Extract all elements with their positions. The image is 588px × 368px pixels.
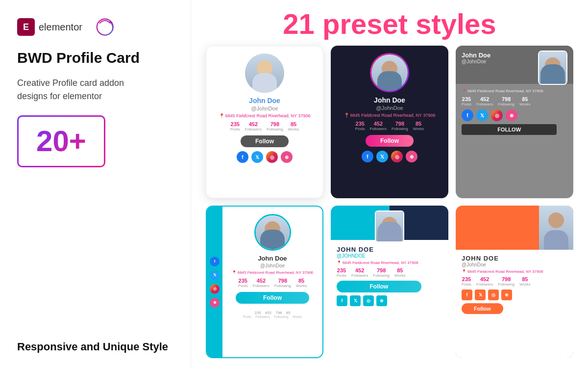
card-6-handle: @JohnDoe xyxy=(462,262,567,267)
card-6-stats: 235 Posts 452 Followers 798 Following 85… xyxy=(462,276,567,287)
follow-button-6[interactable]: Follow xyxy=(462,303,503,314)
card-5-name: JOHN DOE xyxy=(337,246,442,253)
card-3-stats: 235 Posts 452 Followers 798 Following 85… xyxy=(462,96,567,106)
elementor-logo: E elementor xyxy=(17,18,82,36)
ig-icon-4[interactable]: ◎ xyxy=(210,284,220,294)
card-4-stats: 235 Posts 452 Followers 798 Following 85… xyxy=(238,278,307,288)
facebook-icon[interactable]: f xyxy=(237,151,248,163)
card-4-label-row: PostsFollowersFollowingWorks xyxy=(243,315,302,318)
card-3-socials: f 𝕏 ◎ ⊕ xyxy=(462,109,567,121)
card-4-location: 📍6845 Fieldcrest Road Riverhead, NY 3790… xyxy=(232,270,314,275)
ig-icon-3[interactable]: ◎ xyxy=(491,109,503,121)
card-6-location: 📍6845 Fieldcrest Road Riverhead, NY 3790… xyxy=(462,269,567,274)
card-5-stats: 235 Posts 452 Followers 798 Following 85… xyxy=(337,267,442,278)
dribbble-icon-2[interactable]: ⊕ xyxy=(406,151,417,162)
card-4-sidebar: f 𝕏 ◎ ⊕ xyxy=(207,207,222,357)
profile-card-5: JOHN DOE @JOHNDOE 📍6845 Fieldcrest Road … xyxy=(331,206,448,358)
instagram-icon[interactable]: ◎ xyxy=(266,151,278,163)
stat-posts: 235 Posts xyxy=(230,121,240,131)
card-4-avatar xyxy=(254,214,291,251)
fb-icon-3[interactable]: f xyxy=(462,109,473,121)
card-5-header xyxy=(331,206,448,240)
avatar-2 xyxy=(370,53,409,92)
tw-icon-6[interactable]: 𝕏 xyxy=(475,289,486,300)
card-1-location: 📍 6845 Fieldcrest Road Riverhead, NY 379… xyxy=(219,113,311,118)
card-5-avatar xyxy=(375,210,404,242)
card-5-handle: @JOHNDOE xyxy=(337,253,442,259)
fb-icon-6[interactable]: f xyxy=(462,289,472,300)
stat-followers: 452 Followers xyxy=(245,121,262,131)
dr-icon-6[interactable]: ⊕ xyxy=(501,289,512,300)
card-2-name: John Doe xyxy=(374,96,405,104)
twitter-icon[interactable]: 𝕏 xyxy=(251,151,263,163)
right-panel: 21 preset styles John Doe @JohnDoe 📍 684… xyxy=(191,0,588,368)
follow-button-5[interactable]: Follow xyxy=(337,281,421,292)
stat-2-posts: 235 Posts xyxy=(355,121,365,131)
fb-icon-4[interactable]: f xyxy=(210,257,220,266)
ig-icon-5[interactable]: ◎ xyxy=(363,295,374,306)
follow-button-1[interactable]: Follow xyxy=(241,135,289,147)
card-3-location: 📍6845 Fieldcrest Road Riverhead, NY 3790… xyxy=(462,89,567,93)
card-1-stats: 235 Posts 452 Followers 798 Following 85… xyxy=(230,121,299,131)
stat-2-following: 798 Following xyxy=(392,121,408,131)
ig-icon-6[interactable]: ◎ xyxy=(488,289,499,300)
card-2-handle: @JohnDoe xyxy=(376,105,403,111)
card-6-name: JOHN DOE xyxy=(462,255,567,262)
tw-icon-3[interactable]: 𝕏 xyxy=(476,109,488,121)
card-6-socials: f 𝕏 ◎ ⊕ xyxy=(462,289,567,300)
card-3-bottom: 📍6845 Fieldcrest Road Riverhead, NY 3790… xyxy=(456,84,573,140)
dribbble-icon[interactable]: ⊕ xyxy=(281,151,293,163)
profile-card-4: f 𝕏 ◎ ⊕ John Doe @JohnDoe 📍6845 Fieldcre… xyxy=(206,206,323,358)
tw-icon-4[interactable]: 𝕏 xyxy=(210,270,220,280)
logos-row: E elementor xyxy=(17,15,173,39)
avatar-1 xyxy=(245,53,284,93)
card-1-name: John Doe xyxy=(249,97,280,105)
card-4-stat-labels: 23545279885 xyxy=(255,311,291,315)
svg-point-0 xyxy=(97,19,113,35)
card-5-socials: f 𝕏 ◎ ⊕ xyxy=(337,295,442,306)
card-5-location: 📍6845 Fieldcrest Road Riverhead, NY 3790… xyxy=(337,261,442,265)
preset-title: 21 preset styles xyxy=(206,10,573,38)
card-3-avatar xyxy=(538,51,567,85)
stat-works: 85 Works xyxy=(288,121,299,131)
dr-icon-5[interactable]: ⊕ xyxy=(376,295,387,306)
card-6-body: JOHN DOE @JohnDoe 📍6845 Fieldcrest Road … xyxy=(456,250,573,358)
tw-icon-5[interactable]: 𝕏 xyxy=(350,295,361,306)
card-1-handle: @JohnDoe xyxy=(251,105,278,111)
instagram-icon-2[interactable]: ◎ xyxy=(391,151,403,162)
dr-icon-4[interactable]: ⊕ xyxy=(210,298,220,308)
elementor-icon: E xyxy=(17,18,35,36)
pin-icon-2: 📍 xyxy=(344,113,349,118)
profile-card-6: JOHN DOE @JohnDoe 📍6845 Fieldcrest Road … xyxy=(456,206,573,358)
twitter-icon-2[interactable]: 𝕏 xyxy=(376,151,388,162)
avatar-person-2 xyxy=(371,54,408,91)
follow-button-4[interactable]: Follow xyxy=(236,292,309,304)
dr-icon-3[interactable]: ⊕ xyxy=(506,109,517,121)
card-2-stats: 235 Posts 452 Followers 798 Following 85… xyxy=(355,121,424,131)
card-6-avatar-wrap xyxy=(539,206,573,250)
follow-button-2[interactable]: Follow xyxy=(366,135,414,147)
cards-grid: John Doe @JohnDoe 📍 6845 Fieldcrest Road… xyxy=(206,46,573,358)
avatar-inner-2 xyxy=(371,54,408,91)
profile-card-3: John Doe @JohnDoe 📍6845 Fieldcrest Road … xyxy=(456,46,573,198)
social-icons-1: f 𝕏 ◎ ⊕ xyxy=(237,151,293,163)
stat-2-followers: 452 Followers xyxy=(370,121,387,131)
count-number: 20+ xyxy=(31,127,92,156)
elementor-text: elementor xyxy=(39,22,82,33)
ac-logo-icon xyxy=(92,15,122,39)
left-panel: E elementor BWD Profile Card Creative Pr… xyxy=(0,0,191,368)
card-5-body: JOHN DOE @JOHNDOE 📍6845 Fieldcrest Road … xyxy=(331,240,448,358)
plugin-title: BWD Profile Card xyxy=(17,49,173,67)
plugin-desc: Creative Profile card addondesigns for e… xyxy=(17,77,173,103)
profile-card-1: John Doe @JohnDoe 📍 6845 Fieldcrest Road… xyxy=(206,46,323,198)
facebook-icon-2[interactable]: f xyxy=(362,151,373,162)
card-3-top: John Doe @JohnDoe xyxy=(456,46,573,84)
follow-button-3[interactable]: FOLLOW xyxy=(462,124,557,135)
count-box: 20+ xyxy=(17,115,105,167)
card-4-content: John Doe @JohnDoe 📍6845 Fieldcrest Road … xyxy=(222,207,322,357)
social-icons-2: f 𝕏 ◎ ⊕ xyxy=(362,151,417,162)
responsive-text: Responsive and Unique Style xyxy=(17,341,173,353)
stat-following: 798 Following xyxy=(267,121,283,131)
stat-2-works: 85 Works xyxy=(413,121,424,131)
fb-icon-5[interactable]: f xyxy=(337,295,347,306)
